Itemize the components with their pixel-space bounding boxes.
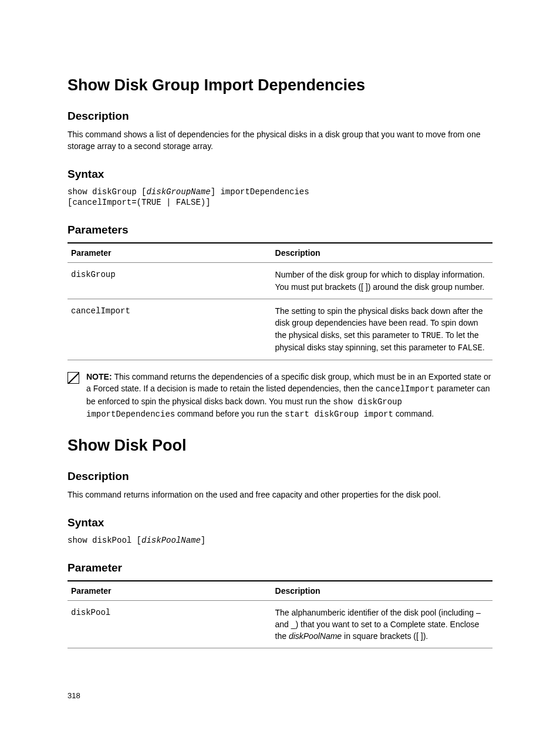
variable-inline: diskPoolName [289,631,342,641]
syntax-heading: Syntax [68,516,492,529]
parameter-heading: Parameter [68,562,492,574]
parameter-description: The setting to spin the physical disks b… [272,299,492,360]
description-heading: Description [68,110,492,123]
note-segment: command. [393,409,434,418]
parameters-table: Parameter Description diskGroup Number o… [68,242,492,360]
parameters-heading: Parameters [68,224,492,236]
parameter-name: cancelImport [68,299,272,360]
table-row: cancelImport The setting to spin the phy… [68,299,492,360]
section-title: Show Disk Group Import Dependencies [68,76,492,94]
note-text: NOTE: This command returns the dependenc… [86,371,492,420]
desc-text: . [483,343,485,352]
note-icon [68,372,79,384]
code-variable: diskGroupName [146,187,210,197]
section-title: Show Disk Pool [68,437,492,455]
syntax-code-block: show diskPool [diskPoolName] [68,535,492,546]
code-inline: FALSE [458,343,483,353]
code-text: show diskGroup [ [68,187,146,197]
parameter-table: Parameter Description diskPool The alpha… [68,580,492,649]
table-header-parameter: Parameter [68,581,272,601]
syntax-code-block: show diskGroup [diskGroupName] importDep… [68,187,492,209]
description-heading: Description [68,470,492,483]
code-inline: cancelImport [376,384,435,394]
code-inline: start diskGroup import [285,410,393,419]
description-text: This command shows a list of dependencie… [68,128,492,153]
table-header-description: Description [272,581,492,601]
table-header-description: Description [272,243,492,263]
desc-text: in square brackets ([ ]). [342,631,428,641]
note-label: NOTE: [86,372,114,381]
syntax-heading: Syntax [68,168,492,181]
code-variable: diskPoolName [141,536,201,545]
note-segment: command before you run the [175,409,285,418]
parameter-description: Number of the disk group for which to di… [272,263,492,299]
parameter-description: The alphanumberic identifier of the disk… [272,600,492,648]
table-row: diskGroup Number of the disk group for w… [68,263,492,299]
code-text: ] [201,536,205,545]
page-number: 318 [68,691,80,700]
code-inline: TRUE [421,331,441,340]
description-text: This command returns information on the … [68,489,492,500]
table-row: diskPool The alphanumberic identifier of… [68,600,492,648]
parameter-name: diskGroup [68,263,272,299]
note-block: NOTE: This command returns the dependenc… [68,371,492,420]
code-text: show diskPool [ [68,536,141,545]
document-page: Show Disk Group Import Dependencies Desc… [0,0,560,744]
table-header-parameter: Parameter [68,243,272,263]
parameter-name: diskPool [68,600,272,648]
